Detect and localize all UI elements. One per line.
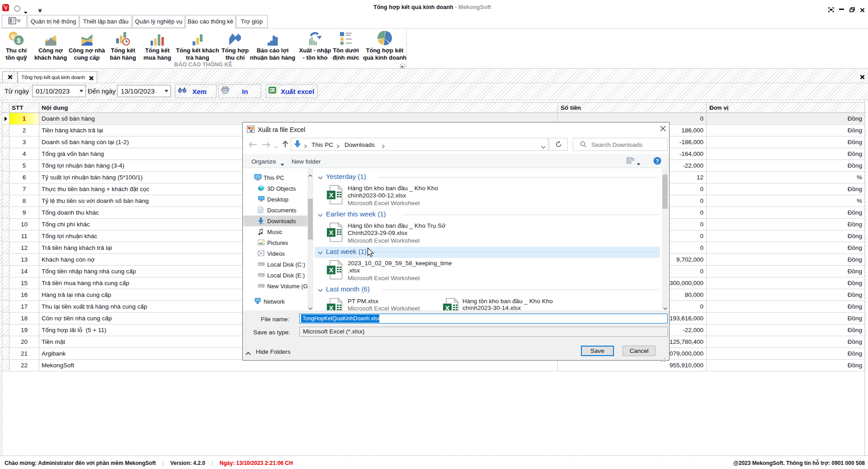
svg-text:XLS: XLS — [269, 89, 275, 92]
svg-text:X: X — [329, 229, 333, 236]
svg-text:X: X — [329, 304, 333, 310]
svg-text:$: $ — [17, 37, 21, 44]
svg-text:X: X — [329, 266, 333, 274]
svg-text:X: X — [329, 191, 333, 199]
svg-text:X: X — [445, 304, 449, 310]
svg-text:?: ? — [656, 158, 659, 164]
